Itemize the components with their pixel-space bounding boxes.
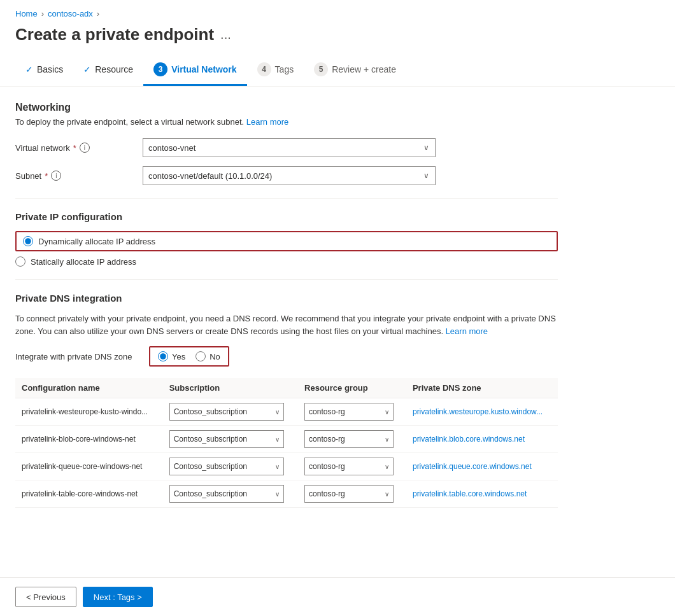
dns-table-body: privatelink-westeurope-kusto-windo... Co… [15, 398, 558, 508]
networking-learn-more[interactable]: Learn more [246, 117, 288, 127]
dns-subscription-cell-2: Contoso_subscription ∨ [163, 453, 298, 480]
dns-subscription-select-2[interactable]: Contoso_subscription [169, 458, 284, 475]
tab-resource[interactable]: ✓ Resource [73, 57, 143, 84]
subnet-info-icon[interactable]: i [51, 171, 61, 181]
private-ip-radio-group: Dynamically allocate IP address Statical… [15, 231, 558, 267]
dns-subscription-cell-0: Contoso_subscription ∨ [163, 398, 298, 426]
networking-desc: To deploy the private endpoint, select a… [15, 117, 558, 127]
integrate-dns-yes[interactable]: Yes [158, 351, 185, 361]
tab-basics-label: Basics [37, 64, 63, 74]
dns-zone-name-2: privatelink.queue.core.windows.net [406, 453, 558, 480]
subnet-select[interactable]: contoso-vnet/default (10.1.0.0/24) [143, 166, 436, 185]
divider-1 [15, 198, 558, 199]
virtual-network-select[interactable]: contoso-vnet [143, 138, 436, 157]
tab-virtual-network[interactable]: 3 Virtual Network [143, 55, 246, 86]
dns-resource-group-select-1[interactable]: contoso-rg [304, 430, 394, 448]
tab-tags-label: Tags [275, 64, 294, 74]
page-title-menu[interactable]: ... [220, 27, 231, 42]
dns-zone-name-1: privatelink.blob.core.windows.net [406, 426, 558, 453]
dns-col-zone: Private DNS zone [406, 378, 558, 398]
dns-learn-more[interactable]: Learn more [446, 326, 488, 336]
dns-zone-name-0: privatelink.westeurope.kusto.window... [406, 398, 558, 426]
tab-virtual-network-label: Virtual Network [171, 64, 236, 74]
radio-static-label: Statically allocate IP address [31, 257, 136, 267]
dns-table-row: privatelink-westeurope-kusto-windo... Co… [15, 398, 558, 426]
dns-col-resource-group: Resource group [298, 378, 406, 398]
tab-review-create[interactable]: 5 Review + create [304, 55, 406, 86]
virtual-network-row: Virtual network * i contoso-vnet [15, 138, 558, 157]
breadcrumb: Home › contoso-adx › [0, 0, 675, 22]
integrate-dns-row: Integrate with private DNS zone Yes No [15, 346, 558, 367]
dns-resource-group-cell-1: contoso-rg ∨ [298, 426, 406, 453]
virtual-network-select-wrapper: contoso-vnet [143, 138, 436, 157]
dns-resource-group-select-2[interactable]: contoso-rg [304, 458, 394, 475]
dns-config-name-2: privatelink-queue-core-windows-net [15, 453, 163, 480]
tab-review-create-label: Review + create [332, 64, 396, 74]
dns-zone-name-3: privatelink.table.core.windows.net [406, 480, 558, 508]
tab-basics[interactable]: ✓ Basics [15, 57, 73, 84]
tab-tags[interactable]: 4 Tags [247, 55, 304, 86]
page-title-row: Create a private endpoint ... [0, 22, 675, 55]
dns-config-name-1: privatelink-blob-core-windows-net [15, 426, 163, 453]
tab-basics-check-icon: ✓ [25, 64, 33, 74]
breadcrumb-home[interactable]: Home [15, 9, 38, 18]
radio-dynamic-input[interactable] [23, 236, 33, 246]
tab-resource-label: Resource [95, 64, 133, 74]
dns-resource-group-cell-3: contoso-rg ∨ [298, 480, 406, 508]
subnet-row: Subnet * i contoso-vnet/default (10.1.0.… [15, 166, 558, 185]
tab-virtual-network-number: 3 [153, 62, 167, 76]
dns-subscription-cell-3: Contoso_subscription ∨ [163, 480, 298, 508]
tab-tags-number: 4 [257, 62, 271, 76]
dns-resource-group-select-3[interactable]: contoso-rg [304, 485, 394, 503]
dns-col-config: Configuration name [15, 378, 163, 398]
integrate-dns-label: Integrate with private DNS zone [15, 352, 143, 361]
private-dns-desc: To connect privately with your private e… [15, 312, 558, 337]
dns-resource-group-cell-0: contoso-rg ∨ [298, 398, 406, 426]
integrate-dns-options: Yes No [149, 346, 229, 367]
dns-table-row: privatelink-queue-core-windows-net Conto… [15, 453, 558, 480]
dns-resource-group-select-0[interactable]: contoso-rg [304, 403, 394, 421]
dns-table: Configuration name Subscription Resource… [15, 378, 558, 508]
dns-table-row: privatelink-blob-core-windows-net Contos… [15, 426, 558, 453]
dns-table-row: privatelink-table-core-windows-net Conto… [15, 480, 558, 508]
dns-table-head: Configuration name Subscription Resource… [15, 378, 558, 398]
integrate-dns-no-label: No [210, 352, 220, 361]
dns-subscription-cell-1: Contoso_subscription ∨ [163, 426, 298, 453]
tab-resource-check-icon: ✓ [83, 64, 91, 74]
main-content: Networking To deploy the private endpoin… [0, 87, 573, 523]
integrate-dns-no[interactable]: No [195, 351, 220, 361]
integrate-dns-no-input[interactable] [195, 351, 206, 361]
private-ip-title: Private IP configuration [15, 211, 558, 222]
divider-2 [15, 279, 558, 280]
radio-dynamic[interactable]: Dynamically allocate IP address [15, 231, 558, 251]
breadcrumb-contoso[interactable]: contoso-adx [48, 9, 93, 18]
virtual-network-info-icon[interactable]: i [80, 143, 90, 153]
radio-static-input[interactable] [15, 256, 25, 267]
dns-config-name-0: privatelink-westeurope-kusto-windo... [15, 398, 163, 426]
integrate-dns-yes-input[interactable] [158, 351, 168, 361]
dns-config-name-3: privatelink-table-core-windows-net [15, 480, 163, 508]
dns-subscription-select-3[interactable]: Contoso_subscription [169, 485, 284, 503]
dns-subscription-select-1[interactable]: Contoso_subscription [169, 430, 284, 448]
wizard-tabs: ✓ Basics ✓ Resource 3 Virtual Network 4 … [0, 55, 675, 87]
tab-review-create-number: 5 [314, 62, 328, 76]
virtual-network-label: Virtual network * i [15, 143, 143, 153]
radio-static[interactable]: Statically allocate IP address [15, 256, 558, 267]
dns-resource-group-cell-2: contoso-rg ∨ [298, 453, 406, 480]
integrate-dns-yes-label: Yes [172, 352, 185, 361]
dns-subscription-select-0[interactable]: Contoso_subscription [169, 403, 284, 421]
private-dns-title: Private DNS integration [15, 293, 558, 304]
page-title: Create a private endpoint [15, 25, 214, 45]
radio-dynamic-label: Dynamically allocate IP address [38, 237, 155, 246]
dns-col-subscription: Subscription [163, 378, 298, 398]
subnet-select-wrapper: contoso-vnet/default (10.1.0.0/24) [143, 166, 436, 185]
networking-title: Networking [15, 102, 558, 113]
subnet-label: Subnet * i [15, 171, 143, 181]
